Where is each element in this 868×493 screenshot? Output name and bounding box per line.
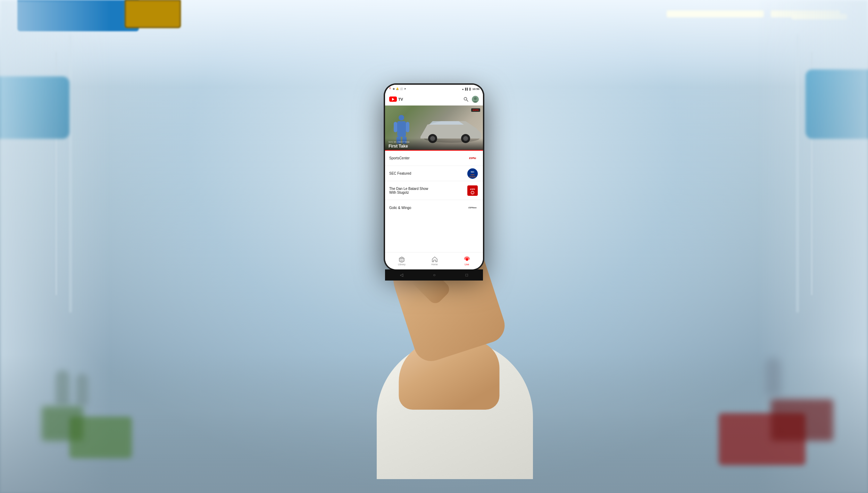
home-label: Home: [431, 263, 438, 266]
status-icons-right: ▲ ▌▌ ▌ 10:50: [462, 87, 479, 91]
channel-name-golic: Golic & Wingo: [389, 206, 466, 210]
location-icon: 📍: [389, 87, 392, 90]
hero-title: First Take: [389, 144, 479, 149]
live-icon: [464, 256, 470, 262]
status-icons-left: 📍 ◉ 🔔 ⬜ ➤: [389, 87, 406, 90]
hero-channel-badge: ESPN: [471, 108, 480, 112]
channel-item-danlb[interactable]: The Dan Le Batard Show With Stugotz ESPN: [385, 181, 483, 200]
channel-name-sportscenter: SportsCenter: [389, 156, 466, 160]
hero-date: NOV 28 • FIRST TAKE: [389, 141, 479, 143]
espnu-logo: ESPN U: [466, 186, 479, 195]
youtube-logo-icon: [389, 97, 397, 102]
nav-home[interactable]: Home: [431, 256, 438, 266]
svg-rect-14: [394, 122, 397, 132]
screen-icon: ⬜: [400, 87, 403, 90]
android-nav-bar: ◁ ○ □: [385, 269, 483, 281]
reddit-icon: ◉: [393, 87, 395, 90]
home-button[interactable]: ○: [433, 273, 435, 277]
hero-overlay: NOV 28 • FIRST TAKE First Take: [385, 138, 483, 151]
svg-text:ESPN: ESPN: [470, 188, 475, 190]
library-label: Library: [398, 263, 405, 266]
sec-logo: SEC ESPN NETWORK: [466, 169, 479, 178]
channel-name-danlb-line2: With Stugotz: [389, 191, 466, 194]
channel-list: SportsCenter ESPN2 SEC Featured: [385, 151, 483, 252]
notification-icon: 🔔: [396, 87, 399, 90]
phone-hand-scene: 📍 ◉ 🔔 ⬜ ➤ ▲ ▌▌ ▌ 10:50: [330, 56, 538, 437]
svg-point-28: [466, 258, 468, 261]
youtube-tv-logo: TV: [389, 97, 403, 102]
svg-rect-15: [406, 122, 409, 132]
recents-button[interactable]: □: [466, 273, 468, 277]
search-button[interactable]: [463, 96, 469, 102]
svg-point-10: [399, 115, 404, 120]
sportscenter-logo: ESPN2: [466, 154, 479, 162]
time-display: 10:50: [473, 87, 479, 91]
phone-body: 📍 ◉ 🔔 ⬜ ➤ ▲ ▌▌ ▌ 10:50: [384, 83, 484, 271]
svg-text:ESPN: ESPN: [471, 174, 475, 176]
svg-point-3: [474, 97, 477, 100]
hero-image[interactable]: ESPN NOV 28 • FIRST TAKE First Take: [385, 106, 483, 151]
channel-name-danlb-line1: The Dan Le Batard Show: [389, 187, 466, 191]
tv-text: TV: [398, 97, 403, 101]
svg-rect-11: [397, 121, 406, 137]
library-icon: [399, 256, 405, 262]
signal-icon: ▌▌: [465, 88, 469, 90]
main-scene: 📍 ◉ 🔔 ⬜ ➤ ▲ ▌▌ ▌ 10:50: [0, 0, 868, 493]
app-header: TV: [385, 93, 483, 106]
phone-screen: 📍 ◉ 🔔 ⬜ ➤ ▲ ▌▌ ▌ 10:50: [385, 85, 483, 269]
svg-text:NETWORK: NETWORK: [469, 176, 476, 178]
channel-name-sec: SEC Featured: [389, 172, 466, 175]
hero-progress-bar: [385, 150, 483, 151]
espnnews-logo: ESPNews: [466, 203, 479, 212]
channel-name-area: The Dan Le Batard Show With Stugotz: [389, 187, 466, 194]
svg-text:SEC: SEC: [471, 171, 475, 173]
home-icon: [432, 256, 438, 262]
nav-library[interactable]: Library: [398, 256, 405, 266]
wifi-icon: ▲: [462, 88, 464, 90]
channel-item-golic[interactable]: Golic & Wingo ESPNews: [385, 200, 483, 215]
back-button[interactable]: ◁: [400, 273, 403, 277]
phone-device: 📍 ◉ 🔔 ⬜ ➤ ▲ ▌▌ ▌ 10:50: [384, 83, 484, 271]
send-icon: ➤: [404, 87, 406, 90]
svg-text:U: U: [472, 192, 473, 194]
channel-item-sportscenter[interactable]: SportsCenter ESPN2: [385, 151, 483, 166]
screen-content: 📍 ◉ 🔔 ⬜ ➤ ▲ ▌▌ ▌ 10:50: [385, 85, 483, 269]
svg-line-1: [467, 100, 468, 101]
bottom-navigation: Library Home: [385, 252, 483, 269]
live-label: Live: [465, 263, 469, 266]
header-icons: [463, 96, 479, 103]
battery-icon: ▌: [470, 88, 471, 90]
play-triangle: [392, 98, 394, 101]
user-avatar[interactable]: [472, 96, 479, 103]
channel-item-sec[interactable]: SEC Featured SEC ESPN NETWORK: [385, 166, 483, 181]
status-bar: 📍 ◉ 🔔 ⬜ ➤ ▲ ▌▌ ▌ 10:50: [385, 85, 483, 93]
nav-live[interactable]: Live: [464, 256, 470, 266]
